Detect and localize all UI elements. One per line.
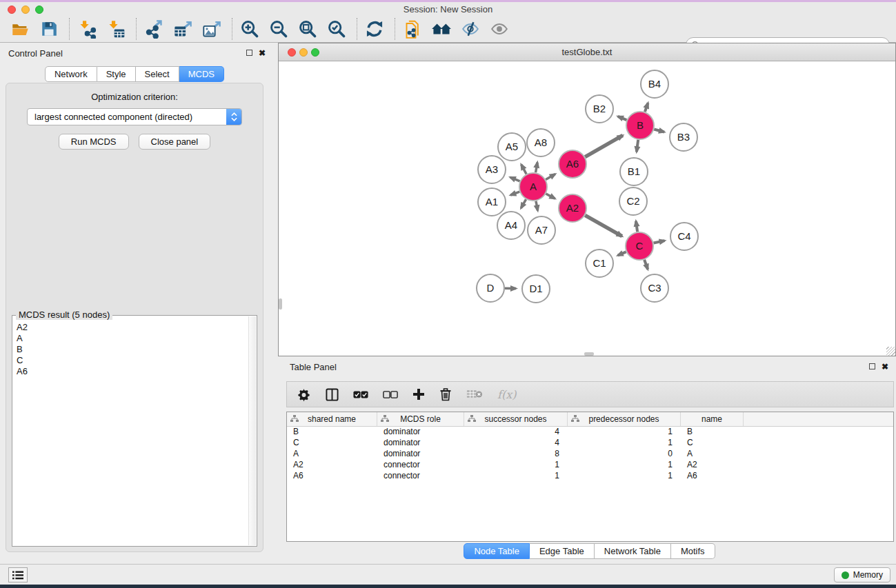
function-builder-icon[interactable]: f(x) xyxy=(497,386,516,403)
mcds-result-item[interactable]: A6 xyxy=(17,366,252,377)
network-window-titlebar[interactable]: testGlobe.txt xyxy=(279,43,895,61)
edge-B-B1[interactable] xyxy=(637,140,638,152)
close-panel-button[interactable]: Close panel xyxy=(139,134,211,150)
column-header-successor-nodes[interactable]: successor nodes xyxy=(464,412,568,426)
tab-motifs[interactable]: Motifs xyxy=(671,543,715,559)
mcds-result-item[interactable]: C xyxy=(17,355,252,366)
edge-A-A7[interactable] xyxy=(536,201,538,211)
cell[interactable]: 1 xyxy=(568,471,681,482)
cell[interactable]: 1 xyxy=(568,438,681,449)
cell[interactable]: dominator xyxy=(377,438,464,449)
edge-A-A3[interactable] xyxy=(510,177,520,181)
open-file-icon[interactable] xyxy=(10,19,30,39)
cell[interactable]: dominator xyxy=(377,427,464,438)
cell[interactable]: 1 xyxy=(464,460,568,471)
edge-A-A5[interactable] xyxy=(521,165,526,174)
import-table-icon[interactable] xyxy=(106,19,126,39)
run-mcds-button[interactable]: Run MCDS xyxy=(59,134,129,150)
zoom-out-icon[interactable] xyxy=(268,19,289,39)
delete-table-icon[interactable] xyxy=(466,386,483,403)
import-network-icon[interactable] xyxy=(77,19,97,39)
table-settings-gear-icon[interactable] xyxy=(297,386,311,403)
column-header-MCDS-role[interactable]: MCDS role xyxy=(377,412,464,426)
edge-A2-C[interactable] xyxy=(585,215,622,236)
cell[interactable]: dominator xyxy=(377,449,464,460)
refresh-icon[interactable] xyxy=(364,19,385,39)
cell[interactable]: B xyxy=(681,427,744,438)
tab-select[interactable]: Select xyxy=(136,66,179,82)
tab-edge-table[interactable]: Edge Table xyxy=(530,543,595,559)
close-panel-icon[interactable]: ✖ xyxy=(259,50,266,57)
network-resize-grip[interactable] xyxy=(886,347,895,356)
show-panel-eye-icon[interactable] xyxy=(489,19,510,39)
edge-B-B4[interactable] xyxy=(645,103,648,112)
table-header-row[interactable]: shared nameMCDS rolesuccessor nodesprede… xyxy=(287,412,893,427)
network-vertical-scrollbar[interactable] xyxy=(279,61,282,356)
table-row[interactable]: A6connector11A6 xyxy=(287,471,893,482)
edge-C-C4[interactable] xyxy=(654,241,665,243)
task-history-button[interactable] xyxy=(8,567,28,582)
edge-A-A1[interactable] xyxy=(510,192,519,195)
edge-A-A6[interactable] xyxy=(546,174,555,180)
cell[interactable]: A xyxy=(287,449,377,460)
cell[interactable]: connector xyxy=(377,471,464,482)
cell[interactable]: C xyxy=(681,438,744,449)
edge-C-C3[interactable] xyxy=(644,260,648,270)
export-image-icon[interactable] xyxy=(201,19,222,39)
cell[interactable]: A xyxy=(681,449,744,460)
save-session-icon[interactable] xyxy=(39,19,59,39)
zoom-selected-icon[interactable] xyxy=(326,19,347,39)
column-header-name[interactable]: name xyxy=(681,412,744,426)
edge-A-A2[interactable] xyxy=(546,194,555,199)
table-row[interactable]: Cdominator41C xyxy=(287,438,893,449)
tab-style[interactable]: Style xyxy=(97,66,136,82)
cell[interactable]: A6 xyxy=(681,471,744,482)
cell[interactable]: A6 xyxy=(287,471,377,482)
mcds-result-item[interactable]: B xyxy=(17,344,252,355)
cell[interactable]: 0 xyxy=(568,449,681,460)
table-row[interactable]: Bdominator41B xyxy=(287,427,893,438)
network-graph[interactable]: AA1A2A3A4A5A6A7A8BB1B2B3B4CC1C2C3C4DD1 xyxy=(279,61,895,356)
mcds-result-item[interactable]: A2 xyxy=(17,322,252,333)
cell[interactable]: C xyxy=(287,438,377,449)
cell[interactable]: connector xyxy=(377,460,464,471)
mcds-result-list[interactable]: A2ABCA6 xyxy=(12,316,257,383)
edge-A-A4[interactable] xyxy=(521,199,526,208)
cell[interactable]: A2 xyxy=(681,460,744,471)
edge-A-A8[interactable] xyxy=(536,163,538,173)
cell[interactable]: B xyxy=(287,427,377,438)
float-panel-icon[interactable] xyxy=(246,50,252,56)
tab-network[interactable]: Network xyxy=(45,66,97,82)
optimization-criterion-dropdown[interactable]: largest connected component (directed) xyxy=(27,108,242,125)
add-row-icon[interactable] xyxy=(412,386,425,403)
tab-mcds[interactable]: MCDS xyxy=(179,66,224,82)
deselect-all-icon[interactable] xyxy=(383,386,398,403)
tab-network-table[interactable]: Network Table xyxy=(595,543,671,559)
table-body[interactable]: Bdominator41BCdominator41CAdominator80AA… xyxy=(287,427,893,482)
memory-button[interactable]: Memory xyxy=(834,567,890,582)
hide-panel-eye-slash-icon[interactable] xyxy=(460,19,481,39)
network-horizontal-scrollbar[interactable] xyxy=(279,352,895,356)
delete-rows-trash-icon[interactable] xyxy=(439,386,452,403)
cell[interactable]: 1 xyxy=(464,471,568,482)
zoom-in-icon[interactable] xyxy=(239,19,260,39)
show-columns-icon[interactable] xyxy=(326,386,339,403)
tab-node-table[interactable]: Node Table xyxy=(464,543,530,559)
mcds-result-item[interactable]: A xyxy=(17,333,252,344)
edge-A6-B[interactable] xyxy=(585,135,623,156)
cell[interactable]: 4 xyxy=(464,427,568,438)
column-header-predecessor-nodes[interactable]: predecessor nodes xyxy=(568,412,681,426)
float-table-panel-icon[interactable] xyxy=(869,363,875,369)
home-view-icon[interactable] xyxy=(431,19,452,39)
table-row[interactable]: A2connector11A2 xyxy=(287,460,893,471)
edge-C-C1[interactable] xyxy=(618,252,626,255)
select-all-icon[interactable] xyxy=(353,386,368,403)
node-table[interactable]: shared nameMCDS rolesuccessor nodesprede… xyxy=(286,412,894,542)
new-network-from-selection-icon[interactable] xyxy=(402,19,423,39)
edge-B-B2[interactable] xyxy=(618,116,627,120)
close-table-panel-icon[interactable]: ✖ xyxy=(882,363,888,370)
cell[interactable]: A2 xyxy=(287,460,377,471)
table-row[interactable]: Adominator80A xyxy=(287,449,893,460)
cell[interactable]: 1 xyxy=(568,460,681,471)
edge-B-B3[interactable] xyxy=(654,129,664,132)
